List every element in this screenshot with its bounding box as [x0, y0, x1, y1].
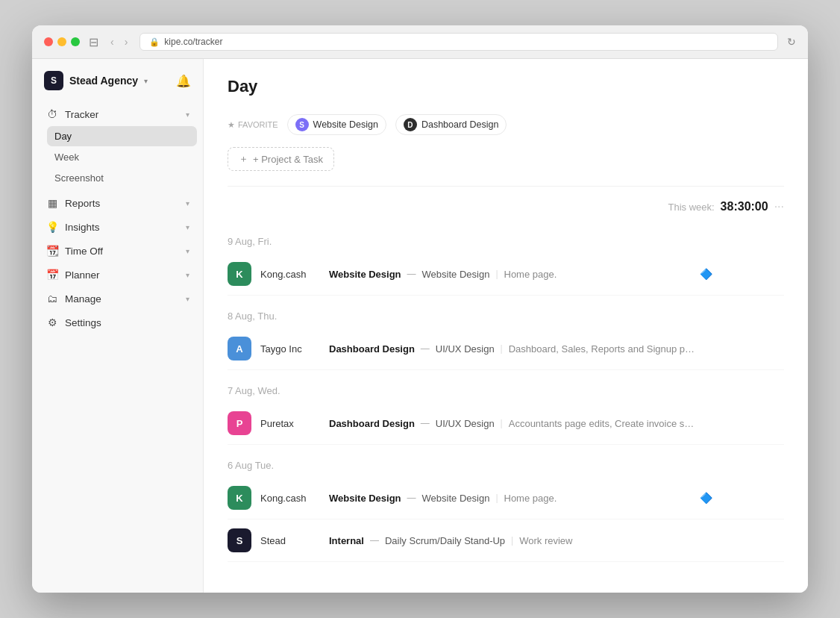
- day-sections-container: 9 Aug, Fri.KKong.cashWebsite Design — We…: [228, 227, 784, 562]
- favorite-website-design[interactable]: S Website Design: [287, 114, 386, 135]
- notifications-bell-icon[interactable]: 🔔: [176, 74, 191, 88]
- week-menu-icon[interactable]: ···: [774, 200, 784, 213]
- week-summary: This week: 38:30:00 ···: [228, 193, 784, 221]
- sidebar-item-reports[interactable]: ▦ Reports ▾: [38, 191, 197, 215]
- task-name: Website Design: [422, 269, 490, 280]
- add-project-task-button[interactable]: ＋ + Project & Task: [228, 147, 334, 171]
- time-entry[interactable]: PPuretaxDashboard Design — UI/UX Design …: [228, 402, 784, 445]
- manage-label: Manage: [65, 293, 101, 305]
- day-header: 9 Aug, Fri.: [228, 227, 784, 253]
- tracker-label: Tracker: [65, 109, 98, 120]
- forward-button[interactable]: ›: [122, 34, 131, 49]
- time-entry[interactable]: KKong.cashWebsite Design — Website Desig…: [228, 253, 784, 296]
- planner-label: Planner: [65, 269, 100, 281]
- refresh-button[interactable]: ↻: [787, 36, 796, 48]
- sidebar-item-manage[interactable]: 🗂 Manage ▾: [38, 287, 197, 310]
- page-title: Day: [228, 77, 784, 96]
- week-label: This week:: [668, 202, 714, 213]
- sidebar-item-timeoff[interactable]: 📆 Time Off ▾: [38, 239, 197, 263]
- timeoff-label: Time Off: [65, 246, 103, 257]
- time-entry[interactable]: SSteadInternal — Daily Scrum/Daily Stand…: [228, 519, 784, 562]
- reports-icon: ▦: [46, 196, 59, 210]
- entry-description: Dashboard, Sales, Reports and Signup pa…: [509, 343, 695, 355]
- timeoff-icon: 📆: [46, 244, 59, 258]
- screenshot-label: Screenshot: [54, 172, 104, 184]
- browser-window: ⊟ ‹ › 🔒 kipe.co/tracker ↻ S Stead Agency…: [32, 25, 808, 593]
- sidebar-toggle-icon[interactable]: ⊟: [89, 35, 98, 49]
- sidebar-item-day[interactable]: Day: [47, 126, 197, 146]
- close-button[interactable]: [44, 37, 53, 46]
- day-header: 7 Aug, Wed.: [228, 376, 784, 402]
- entry-description: Accountants page edits, Create invoice s…: [509, 418, 695, 429]
- day-section: 8 Aug, Thu.ATaygo IncDashboard Design — …: [228, 302, 784, 370]
- entry-divider: |: [501, 343, 503, 354]
- sidebar-item-settings[interactable]: ⚙ Settings: [38, 310, 197, 334]
- manage-chevron-icon: ▾: [186, 295, 189, 303]
- insights-chevron-icon: ▾: [186, 223, 189, 231]
- insights-label: Insights: [65, 222, 100, 233]
- tracker-chevron-icon: ▾: [186, 110, 189, 119]
- task-name: UI/UX Design: [436, 418, 495, 429]
- browser-chrome: ⊟ ‹ › 🔒 kipe.co/tracker ↻: [32, 25, 808, 59]
- browser-nav: ‹ ›: [107, 34, 131, 49]
- day-section: 6 Aug Tue.KKong.cashWebsite Design — Web…: [228, 451, 784, 562]
- project-name: Dashboard Design: [329, 343, 415, 355]
- agency-logo: S: [44, 71, 63, 90]
- agency-name: Stead Agency: [69, 75, 138, 87]
- client-avatar: S: [228, 528, 251, 552]
- time-entry[interactable]: KKong.cashWebsite Design — Website Desig…: [228, 477, 784, 519]
- favorites-label: ★ FAVORITE: [228, 120, 278, 130]
- task-name: Daily Scrum/Daily Stand-Up: [385, 535, 505, 546]
- sidebar-item-screenshot[interactable]: Screenshot: [47, 168, 197, 188]
- day-label: Day: [54, 131, 72, 142]
- timeoff-chevron-icon: ▾: [186, 247, 189, 255]
- sidebar-item-planner[interactable]: 📅 Planner ▾: [38, 263, 197, 287]
- sidebar-item-insights[interactable]: 💡 Insights ▾: [38, 215, 197, 239]
- traffic-lights: [44, 37, 80, 46]
- client-name: Puretax: [260, 418, 320, 429]
- entry-arrow: —: [407, 269, 416, 279]
- favorite-dashboard-design[interactable]: D Dashboard Design: [395, 114, 507, 135]
- project-name: Website Design: [329, 269, 401, 280]
- day-header: 8 Aug, Thu.: [228, 302, 784, 328]
- sidebar-item-week[interactable]: Week: [47, 147, 197, 167]
- sidebar-item-tracker[interactable]: ⏱ Tracker ▾: [38, 102, 197, 126]
- lock-icon: 🔒: [149, 37, 160, 47]
- task-name: UI/UX Design: [436, 343, 495, 355]
- dashboard-design-avatar: D: [404, 118, 417, 131]
- client-name: Kong.cash: [260, 269, 320, 280]
- address-bar[interactable]: 🔒 kipe.co/tracker: [140, 33, 778, 51]
- entry-description: Home page.: [504, 493, 691, 504]
- sidebar-navigation: ⏱ Tracker ▾ Day Week Screenshot: [32, 102, 203, 581]
- add-project-label: + Project & Task: [253, 154, 323, 165]
- google-drive-icon: 🔷: [700, 268, 712, 280]
- fullscreen-button[interactable]: [71, 37, 80, 46]
- tracker-section: ⏱ Tracker ▾ Day Week Screenshot: [38, 102, 197, 188]
- agency-brand[interactable]: S Stead Agency ▾: [44, 71, 148, 90]
- dashboard-design-label: Dashboard Design: [421, 119, 499, 130]
- app-layout: S Stead Agency ▾ 🔔 ⏱ Tracker ▾: [32, 59, 808, 593]
- entry-details: Website Design — Website Design | Home p…: [329, 492, 784, 504]
- entry-arrow: —: [407, 493, 416, 503]
- client-avatar: A: [228, 337, 251, 360]
- settings-gear-icon: ⚙: [46, 316, 59, 329]
- client-name: Taygo Inc: [260, 343, 320, 355]
- entry-description: Home page.: [504, 269, 691, 280]
- manage-icon: 🗂: [46, 292, 59, 305]
- google-drive-icon: 🔷: [700, 492, 712, 504]
- time-entry[interactable]: ATaygo IncDashboard Design — UI/UX Desig…: [228, 328, 784, 370]
- entry-arrow: —: [421, 343, 430, 354]
- star-icon: ★: [228, 120, 235, 130]
- project-name: Internal: [329, 535, 364, 546]
- entry-divider: |: [511, 535, 513, 546]
- insights-icon: 💡: [46, 220, 59, 234]
- minimize-button[interactable]: [57, 37, 66, 46]
- entry-details: Dashboard Design — UI/UX Design | Accoun…: [329, 418, 784, 429]
- entry-divider: |: [501, 418, 503, 428]
- reports-label: Reports: [65, 198, 100, 209]
- back-button[interactable]: ‹: [107, 34, 117, 49]
- project-name: Dashboard Design: [329, 418, 415, 429]
- tracker-sub-items: Day Week Screenshot: [47, 126, 197, 188]
- entry-divider: |: [495, 269, 498, 279]
- entry-divider: |: [495, 493, 498, 503]
